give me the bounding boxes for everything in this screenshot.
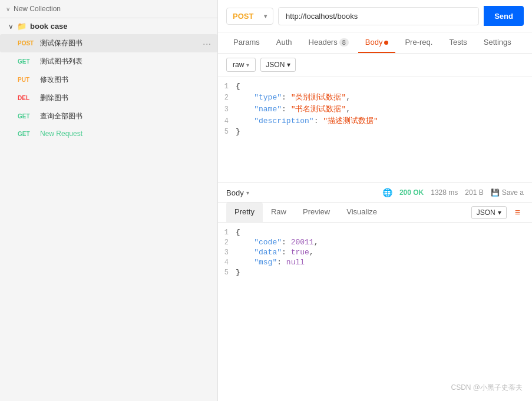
format-select[interactable]: JSON ▾	[260, 58, 296, 72]
item-label-2: 修改图书	[40, 75, 68, 85]
req-line-1: 1 {	[218, 81, 532, 91]
item-label-3: 删除图书	[40, 93, 68, 103]
tab-settings[interactable]: Settings	[477, 32, 518, 53]
raw-button[interactable]: raw ▾	[226, 58, 256, 72]
body-dot	[384, 41, 388, 45]
resp-line-5: 5 }	[218, 267, 532, 277]
new-request-item[interactable]: GET New Request	[0, 125, 217, 142]
format-chevron-icon: ▾	[287, 61, 290, 69]
resp-body-chevron-icon: ▾	[246, 190, 249, 196]
method-select[interactable]: POST ▾	[226, 8, 273, 25]
sidebar-item-1[interactable]: GET 测试图书列表	[0, 52, 217, 71]
url-input[interactable]	[278, 7, 479, 25]
response-code: 1 { 2 "code": 20011, 3 "data": true, 4 "…	[218, 223, 532, 401]
body-toolbar: raw ▾ JSON ▾	[218, 54, 532, 77]
raw-chevron-icon: ▾	[246, 62, 249, 68]
tab-body[interactable]: Body	[358, 32, 396, 53]
request-body-code[interactable]: 1 { 2 ····"type": "类别测试数据", 3 ····"name"…	[218, 77, 532, 183]
resp-line-4: 4 "msg": null	[218, 257, 532, 267]
resp-size: 201 B	[465, 188, 483, 197]
method-badge-3: DEL	[18, 95, 37, 101]
resp-format-label: JSON	[477, 208, 495, 217]
raw-label: raw	[233, 61, 244, 69]
collection-header-label: New Collection	[14, 5, 61, 13]
resp-tab-preview[interactable]: Preview	[295, 203, 338, 222]
folder-icon: 📁	[17, 22, 27, 31]
folder-chevron[interactable]: ∨	[8, 22, 14, 31]
sidebar-item-3[interactable]: DEL 删除图书	[0, 89, 217, 107]
resp-status: 200 OK	[399, 188, 424, 197]
resp-line-2: 2 "code": 20011,	[218, 237, 532, 247]
resp-body-text: Body	[226, 188, 244, 197]
resp-tab-pretty[interactable]: Pretty	[226, 203, 263, 222]
resp-tab-visualize[interactable]: Visualize	[338, 203, 385, 222]
save-label: Save a	[502, 188, 524, 197]
resp-tab-raw[interactable]: Raw	[263, 203, 295, 222]
dots-menu-0[interactable]: ···	[203, 39, 212, 48]
resp-format-select[interactable]: JSON ▾	[471, 206, 507, 219]
tab-tests[interactable]: Tests	[442, 32, 474, 53]
format-label: JSON	[266, 61, 285, 69]
sidebar-item-4[interactable]: GET 查询全部图书	[0, 107, 217, 125]
main-panel: POST ▾ Send Params Auth Headers8 Body Pr…	[218, 0, 532, 401]
response-tabs: Pretty Raw Preview Visualize JSON ▾ ≡	[218, 203, 532, 223]
tab-prereq[interactable]: Pre-req.	[398, 32, 440, 53]
tab-auth[interactable]: Auth	[269, 32, 299, 53]
sidebar-item-2[interactable]: PUT 修改图书	[0, 71, 217, 89]
new-request-label: New Request	[40, 130, 82, 138]
headers-badge: 8	[339, 38, 349, 47]
resp-line-1: 1 {	[218, 227, 532, 237]
collection-row[interactable]: ∨ 📁 book case	[0, 18, 217, 34]
new-request-method: GET	[18, 131, 37, 137]
tab-headers[interactable]: Headers8	[302, 32, 356, 53]
resp-stats: 🌐 200 OK 1328 ms 201 B 💾 Save a	[382, 188, 524, 197]
resp-format-chevron-icon: ▾	[498, 208, 501, 217]
tab-params[interactable]: Params	[226, 32, 267, 53]
collection-chevron[interactable]: ∨	[6, 6, 10, 12]
resp-body-label[interactable]: Body ▾	[226, 188, 249, 197]
send-button[interactable]: Send	[484, 6, 524, 26]
sidebar-item-0[interactable]: POST 测试保存图书 ···	[0, 34, 217, 52]
collection-name: book case	[30, 22, 68, 31]
method-select-value: POST	[233, 12, 253, 21]
item-label-4: 查询全部图书	[40, 111, 82, 121]
resp-line-3: 3 "data": true,	[218, 247, 532, 257]
method-badge-0: POST	[18, 40, 37, 47]
item-label-0: 测试保存图书	[40, 38, 82, 48]
response-header: Body ▾ 🌐 200 OK 1328 ms 201 B 💾 Save a	[218, 183, 532, 203]
item-label-1: 测试图书列表	[40, 57, 82, 67]
watermark: CSDN @小黑子史蒂夫	[451, 383, 523, 393]
sidebar: ∨ New Collection ∨ 📁 book case POST 测试保存…	[0, 0, 218, 401]
collection-header: ∨ New Collection	[0, 0, 217, 18]
save-icon: 💾	[491, 188, 500, 197]
req-line-3: 3 ····"name": "书名测试数据",	[218, 103, 532, 115]
resp-time: 1328 ms	[431, 188, 458, 197]
resp-save-btn[interactable]: 💾 Save a	[491, 188, 524, 197]
req-line-4: 4 ····"description": "描述测试数据"	[218, 115, 532, 127]
method-badge-1: GET	[18, 58, 37, 65]
request-tabs: Params Auth Headers8 Body Pre-req. Tests…	[218, 32, 532, 54]
url-bar: POST ▾ Send	[218, 0, 532, 32]
globe-icon: 🌐	[382, 188, 392, 197]
req-line-2: 2 ····"type": "类别测试数据",	[218, 91, 532, 103]
req-line-5: 5 }	[218, 127, 532, 137]
resp-filter-button[interactable]: ≡	[511, 206, 524, 219]
method-chevron-icon: ▾	[264, 13, 267, 19]
method-badge-4: GET	[18, 113, 37, 120]
method-badge-2: PUT	[18, 77, 37, 83]
